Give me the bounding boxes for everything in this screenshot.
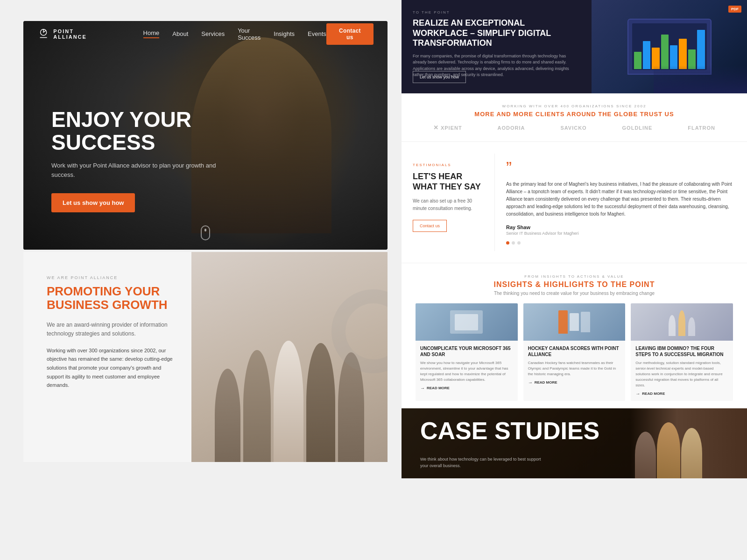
blog-card: TO THE POINT REALIZE AN EXCEPTIONAL WORK…: [402, 0, 747, 93]
nav-events[interactable]: Events: [308, 30, 326, 37]
left-panel: POINT ALLIANCE Home About Services Your …: [23, 21, 388, 462]
clients-logos: ✕ XPIENT AODORIA SAVICKO GOLDLINE FLATRO…: [416, 124, 733, 131]
insight-desc-2: Canadian Hockey fans watched teammates a…: [528, 360, 621, 377]
nav-your-success[interactable]: Your Success: [238, 27, 261, 41]
case-studies-content: CASE STUDIES: [402, 408, 747, 454]
contact-us-button[interactable]: Contact us: [326, 23, 374, 45]
insight-title-1: UNCOMPLICATE YOUR MICROSOFT 365 AND SOAR: [420, 345, 513, 357]
case-studies-title: CASE STUDIES: [420, 420, 728, 442]
hero-section: POINT ALLIANCE Home About Services Your …: [23, 21, 388, 250]
nav-services[interactable]: Services: [201, 30, 225, 37]
blog-card-label: TO THE POINT: [413, 10, 580, 14]
dot-2[interactable]: [512, 241, 515, 245]
navigation: POINT ALLIANCE Home About Services Your …: [23, 21, 388, 47]
insight-body-3: LEAVING IBM DOMINO? THE FOUR STEPS TO A …: [631, 341, 733, 401]
nav-home[interactable]: Home: [143, 29, 160, 38]
client-name-3: SAVICKO: [560, 125, 586, 131]
insights-section: FROM INSIGHTS TO ACTIONS & VALUE INSIGHT…: [402, 263, 747, 408]
about-desc-2: Working with over 300 organizations sinc…: [47, 346, 173, 390]
insight-image-2: [523, 303, 626, 341]
about-text: SCROLL MORE WE ARE POINT ALLIANCE PROMOT…: [23, 252, 191, 462]
clients-title: MORE AND MORE CLIENTS AROUND THE GLOBE T…: [416, 111, 733, 118]
insight-read-more-1[interactable]: → READ MORE: [420, 385, 513, 391]
client-x-icon: ✕: [433, 124, 439, 131]
insight-image-1: [416, 303, 518, 341]
insights-label: FROM INSIGHTS TO ACTIONS & VALUE: [416, 274, 733, 279]
insights-subtitle: The thinking you need to create value fo…: [416, 291, 733, 296]
clients-label: WORKING WITH OVER 400 ORGANIZATIONS SINC…: [416, 104, 733, 108]
testimonial-left: TESTIMONIALS LET'S HEAR WHAT THEY SAY We…: [402, 154, 495, 251]
nav-insights[interactable]: Insights: [274, 30, 295, 37]
chart: [632, 23, 707, 70]
about-title: PROMOTING YOUR BUSINESS GROWTH: [47, 285, 173, 311]
case-studies-section[interactable]: CASE STUDIES We think about how technolo…: [402, 408, 747, 478]
hero-subtitle: Work with your Point Alliance advisor to…: [51, 161, 229, 179]
about-desc-1: We are an award-winning provider of info…: [47, 321, 173, 338]
insights-grid: UNCOMPLICATE YOUR MICROSOFT 365 AND SOAR…: [416, 303, 733, 401]
insight-read-more-2[interactable]: → READ MORE: [528, 380, 621, 385]
quote-icon: ”: [506, 160, 736, 177]
about-label: WE ARE POINT ALLIANCE: [47, 275, 173, 280]
testimonial-dots: [506, 241, 736, 245]
nav-about[interactable]: About: [172, 30, 188, 37]
insight-card-2: HOCKEY CANADA SCORES WITH POINT ALLIANCE…: [523, 303, 626, 401]
hero-content: ENJOY YOUR SUCCESS Work with your Point …: [51, 108, 275, 212]
client-logo-1: ✕ XPIENT: [433, 124, 462, 131]
mouse-icon: [201, 225, 210, 240]
client-logo-4: GOLDLINE: [622, 125, 653, 131]
clients-section: WORKING WITH OVER 400 ORGANIZATIONS SINC…: [402, 93, 747, 141]
client-name-4: GOLDLINE: [622, 125, 653, 131]
hero-cta-button[interactable]: Let us show you how: [51, 193, 135, 212]
blog-card-image: PDF: [592, 0, 747, 93]
blog-card-title: REALIZE AN EXCEPTIONAL WORKPLACE – SIMPL…: [413, 18, 580, 49]
right-panel: TO THE POINT REALIZE AN EXCEPTIONAL WORK…: [402, 0, 747, 560]
testimonial-title: LET'S HEAR WHAT THEY SAY: [413, 172, 483, 192]
client-name-1: XPIENT: [441, 125, 462, 131]
insight-desc-1: We show you how to navigate your Microso…: [420, 360, 513, 383]
client-logo-5: FLATRON: [688, 125, 715, 131]
about-section: SCROLL MORE WE ARE POINT ALLIANCE PROMOT…: [23, 252, 388, 462]
arrow-icon-3: →: [635, 391, 640, 396]
scroll-indicator: [201, 225, 210, 240]
testimonial-right: ” As the primary lead for one of Magheri…: [495, 154, 747, 251]
nav-links: Home About Services Your Success Insight…: [143, 27, 326, 41]
insights-title: INSIGHTS & HIGHLIGHTS TO THE POINT: [416, 280, 733, 289]
insight-title-2: HOCKEY CANADA SCORES WITH POINT ALLIANCE: [528, 345, 621, 357]
client-logo-2: AODORIA: [498, 125, 525, 131]
arrow-icon-2: →: [528, 380, 533, 385]
testimonial-author: Ray Shaw: [506, 224, 736, 230]
arrow-icon-1: →: [420, 385, 425, 391]
dot-3[interactable]: [517, 241, 521, 245]
testimonial-section: TESTIMONIALS LET'S HEAR WHAT THEY SAY We…: [402, 141, 747, 263]
team-photo: [191, 252, 388, 462]
testimonial-contact-button[interactable]: Contact us: [413, 220, 447, 232]
insight-body-1: UNCOMPLICATE YOUR MICROSOFT 365 AND SOAR…: [416, 341, 518, 395]
insight-title-3: LEAVING IBM DOMINO? THE FOUR STEPS TO A …: [635, 345, 728, 357]
testimonial-role: Senior IT Business Advisor for Magheri: [506, 231, 736, 236]
testimonial-subtitle: We can also set up a free 30 minute cons…: [413, 197, 483, 212]
testimonial-label: TESTIMONIALS: [413, 163, 483, 167]
client-name-2: AODORIA: [498, 125, 525, 131]
insight-card-1: UNCOMPLICATE YOUR MICROSOFT 365 AND SOAR…: [416, 303, 518, 401]
insight-desc-3: Our methodology, solution standard migra…: [635, 360, 728, 388]
hero-title: ENJOY YOUR SUCCESS: [51, 108, 275, 154]
laptop-illustration: [592, 0, 747, 93]
about-image: [191, 252, 388, 462]
insight-read-more-3[interactable]: → READ MORE: [635, 391, 728, 396]
client-logo-3: SAVICKO: [560, 125, 586, 131]
testimonial-quote: As the primary lead for one of Magheri's…: [506, 181, 736, 218]
laptop-screen: [632, 23, 707, 70]
case-studies-desc: We think about how technology can be lev…: [420, 456, 542, 469]
logo-icon: [37, 28, 49, 41]
dot-1[interactable]: [506, 241, 509, 245]
logo-text: POINT ALLIANCE: [53, 28, 106, 40]
blog-card-content: TO THE POINT REALIZE AN EXCEPTIONAL WORK…: [402, 0, 592, 93]
insight-image-3: [631, 303, 733, 341]
client-name-5: FLATRON: [688, 125, 715, 131]
insight-body-2: HOCKEY CANADA SCORES WITH POINT ALLIANCE…: [523, 341, 626, 390]
logo[interactable]: POINT ALLIANCE: [37, 28, 106, 41]
blog-card-cta-button[interactable]: Let us show you how: [413, 71, 466, 83]
insight-card-3: LEAVING IBM DOMINO? THE FOUR STEPS TO A …: [631, 303, 733, 401]
